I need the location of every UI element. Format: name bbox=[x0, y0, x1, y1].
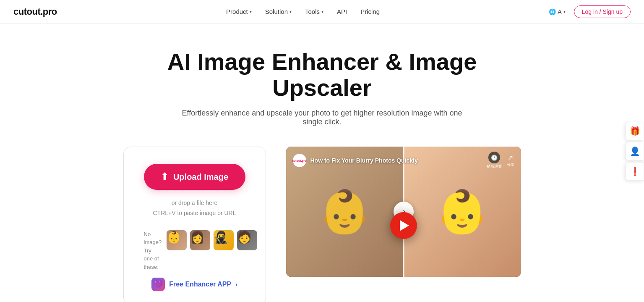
watch-later-icon[interactable]: 🕐 bbox=[488, 152, 500, 163]
sample-thumb-1[interactable]: 👶 bbox=[167, 230, 187, 250]
alert-button[interactable]: ❗ bbox=[626, 162, 644, 181]
chevron-icon: ▾ bbox=[250, 9, 252, 14]
sample-section: No image? Try one of these: 👶 👩 🥷 bbox=[144, 230, 245, 271]
play-icon bbox=[400, 220, 409, 231]
language-icon: 🌐 bbox=[549, 8, 556, 15]
no-image-label: No image? Try one of these: bbox=[144, 230, 162, 271]
hero-subtitle: Effortlessly enhance and upscale your ph… bbox=[175, 109, 469, 126]
video-title: How to Fix Your Blurry Photos Quickly bbox=[310, 157, 487, 164]
nav-tools[interactable]: Tools ▾ bbox=[305, 8, 323, 15]
sample-thumb-4[interactable]: 🧑 bbox=[237, 230, 257, 250]
video-controls-right: 🕐 稍后观看 ↗ 分享 bbox=[487, 152, 514, 169]
video-logo: cutout.pro bbox=[293, 154, 306, 167]
sample-thumb-2[interactable]: 👩 bbox=[190, 230, 210, 250]
chevron-icon: ▾ bbox=[321, 9, 323, 14]
language-label: A bbox=[558, 8, 561, 15]
video-topbar: cutout.pro How to Fix Your Blurry Photos… bbox=[286, 147, 521, 174]
upload-image-button[interactable]: ⬆ Upload Image bbox=[144, 164, 245, 190]
hero-title: AI Image Enhancer & Image Upscaler bbox=[133, 49, 511, 100]
main-nav: Product ▾ Solution ▾ Tools ▾ API Pricing bbox=[226, 8, 380, 15]
app-icon: 💜 bbox=[151, 278, 165, 291]
upload-card: ⬆ Upload Image or drop a file here CTRL+… bbox=[123, 147, 266, 302]
two-column-layout: ⬆ Upload Image or drop a file here CTRL+… bbox=[91, 147, 553, 302]
sample-thumb-3[interactable]: 🥷 bbox=[214, 230, 234, 250]
header-right: 🌐 A ▾ Log in / Sign up bbox=[549, 5, 631, 18]
logo[interactable]: cutout.pro bbox=[13, 6, 57, 17]
language-button[interactable]: 🌐 A ▾ bbox=[549, 8, 565, 15]
nav-api[interactable]: API bbox=[337, 8, 347, 15]
free-enhancer-app-link[interactable]: 💜 Free Enhancer APP › bbox=[151, 278, 237, 291]
side-buttons: 🎁 👤 ❗ bbox=[626, 122, 644, 181]
sample-thumbnails: 👶 👩 🥷 🧑 bbox=[167, 230, 257, 250]
arrow-icon: › bbox=[235, 281, 237, 288]
chevron-icon: ▾ bbox=[289, 9, 292, 14]
upload-icon: ⬆ bbox=[161, 171, 168, 182]
share-button[interactable]: ↗ 分享 bbox=[507, 154, 514, 168]
drop-hint: or drop a file here CTRL+V to paste imag… bbox=[153, 198, 236, 218]
chevron-down-icon: ▾ bbox=[563, 9, 566, 14]
nav-solution[interactable]: Solution ▾ bbox=[265, 8, 292, 15]
video-play-area[interactable] bbox=[286, 174, 521, 277]
watch-later-label: 稍后观看 bbox=[487, 164, 502, 169]
nav-pricing[interactable]: Pricing bbox=[360, 8, 380, 15]
user-button[interactable]: 👤 bbox=[626, 142, 644, 160]
header: cutout.pro Product ▾ Solution ▾ Tools ▾ … bbox=[0, 0, 644, 24]
video-overlay: cutout.pro How to Fix Your Blurry Photos… bbox=[286, 147, 521, 277]
video-panel[interactable]: 👶 👶 › cutou bbox=[286, 147, 521, 277]
gift-button[interactable]: 🎁 bbox=[626, 122, 644, 140]
play-button[interactable] bbox=[390, 212, 417, 239]
nav-product[interactable]: Product ▾ bbox=[226, 8, 252, 15]
login-button[interactable]: Log in / Sign up bbox=[574, 5, 631, 18]
main-content: AI Image Enhancer & Image Upscaler Effor… bbox=[0, 24, 644, 302]
